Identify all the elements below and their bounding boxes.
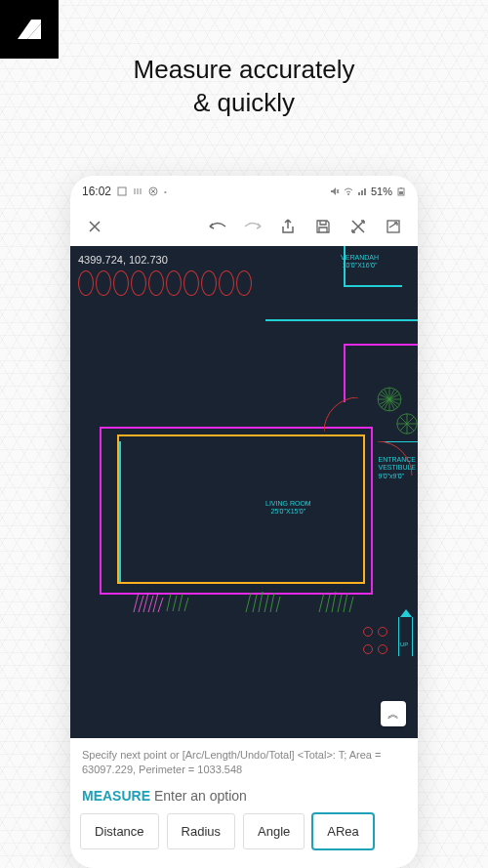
collapse-panel-button[interactable]: ︽: [381, 701, 406, 726]
cursor-coords: 4399.724, 102.730: [78, 254, 168, 266]
option-area[interactable]: ARea: [312, 813, 374, 849]
nfc-icon: [133, 186, 142, 196]
shrub-icon: [241, 588, 284, 617]
signal-icon: [357, 186, 367, 196]
undo-button[interactable]: [201, 210, 234, 243]
option-radius[interactable]: Radius: [167, 813, 235, 849]
redo-icon: [242, 218, 264, 235]
app-logo: [0, 0, 59, 59]
svg-rect-4: [400, 187, 402, 188]
option-angle[interactable]: Angle: [243, 813, 305, 849]
svg-rect-0: [118, 187, 126, 195]
tree-icon: [390, 407, 418, 440]
save-icon: [314, 218, 332, 235]
wifi-icon: [344, 186, 353, 196]
phone-mock: 16:02 • 51%: [70, 176, 418, 868]
dot-icon: •: [164, 187, 167, 196]
verandah-label: VERANDAH10'0"X16'0": [341, 254, 379, 270]
shrub-icon: [129, 588, 168, 617]
close-button[interactable]: [78, 210, 111, 243]
option-distance[interactable]: Distance: [80, 813, 159, 849]
share-icon: [279, 218, 297, 235]
svg-rect-6: [387, 221, 399, 232]
svg-point-2: [347, 193, 349, 195]
top-toolbar: [70, 207, 418, 246]
entrance-label: ENTRANCEVESTIBULE9'0"x9'0": [378, 456, 416, 480]
up-label: UP: [400, 641, 408, 647]
svg-rect-5: [399, 191, 403, 194]
battery-icon: [396, 186, 406, 196]
option-row: Distance Radius Angle ARea: [70, 813, 418, 859]
shrub-icon: [314, 588, 357, 617]
share-button[interactable]: [271, 210, 305, 243]
status-time: 16:02: [82, 185, 111, 198]
headline-line2: & quickly: [193, 88, 295, 117]
mute-icon: [330, 186, 340, 196]
close-icon: [86, 218, 103, 235]
image-icon: [117, 186, 127, 196]
save-button[interactable]: [306, 210, 340, 243]
command-history: Specify next point or [Arc/Length/Undo/T…: [70, 738, 418, 784]
up-arrow-icon: [400, 609, 412, 621]
redo-button[interactable]: [236, 210, 269, 243]
command-name: MEASURE: [82, 788, 150, 804]
fullscreen-icon: [385, 218, 402, 235]
living-room-label: LIVING ROOM25'0"X15'0": [265, 500, 311, 517]
status-bar: 16:02 • 51%: [70, 176, 418, 207]
sync-icon: [148, 186, 158, 196]
crossarrows-icon: [349, 218, 367, 235]
chair-ellipses: [78, 270, 252, 296]
headline-line1: Measure accurately: [134, 55, 355, 84]
chevron-up-icon: ︽: [387, 706, 399, 723]
shrub-icon: [163, 590, 192, 615]
command-hint: Enter an option: [154, 788, 247, 804]
drawing-canvas[interactable]: 4399.724, 102.730 VERANDAH10'0"X16'0" LI…: [70, 246, 418, 738]
door-arc: [324, 397, 363, 436]
headline: Measure accurately & quickly: [0, 54, 488, 120]
undo-icon: [207, 218, 228, 235]
measure-tool-button[interactable]: [342, 210, 375, 243]
command-prompt: MEASURE Enter an option: [70, 784, 418, 813]
measure-selection: [117, 434, 365, 584]
fullscreen-button[interactable]: [377, 210, 410, 243]
autodesk-logo-icon: [12, 12, 47, 47]
battery-pct: 51%: [371, 186, 392, 197]
